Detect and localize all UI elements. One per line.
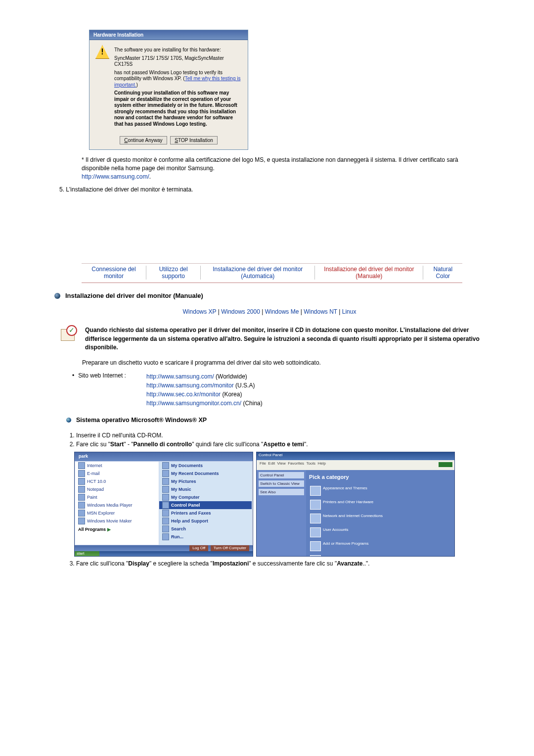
movie-icon: [78, 518, 85, 524]
ie-icon: [78, 462, 85, 469]
link-windows-xp[interactable]: Windows XP: [183, 308, 217, 315]
info-text: Quando richiesto dal sistema operativo p…: [85, 326, 485, 352]
go-button[interactable]: [439, 462, 452, 467]
samsung-link[interactable]: http://www.samsung.com/: [82, 173, 149, 180]
dl-usa[interactable]: http://www.samsung.com/monitor: [146, 382, 234, 389]
start-pics[interactable]: My Pictures: [159, 477, 252, 485]
start-right-panel: My Documents My Recent Documents My Pict…: [159, 461, 252, 545]
start-computer[interactable]: My Computer: [159, 493, 252, 501]
dl-china[interactable]: http://www.samsungmonitor.com.cn/: [146, 400, 241, 407]
add-remove-icon: [310, 541, 321, 551]
start-user: park: [75, 452, 253, 460]
info-icon: ✓: [59, 326, 77, 344]
start-item-hct[interactable]: HCT 10.0: [75, 477, 159, 485]
dialog-line: The software you are installing for this…: [114, 47, 242, 53]
start-run[interactable]: Run...: [159, 533, 252, 541]
steps-list-2: Fare clic sull'icona "Display" e sceglie…: [67, 560, 485, 568]
screenshot-control-panel: Control Panel File Edit View Favorites T…: [256, 452, 455, 557]
cpl-pick-category: Pick a category: [309, 474, 451, 480]
regional-icon: [310, 555, 321, 557]
link-windows-nt[interactable]: Windows NT: [304, 308, 337, 315]
sub-bullet-icon: [66, 418, 71, 423]
users-icon: [310, 527, 321, 537]
cat-appearance[interactable]: Appearance and Themes: [310, 486, 399, 496]
logoff-button[interactable]: Log Off: [189, 545, 208, 551]
steps-list: Inserire il CD nell'unità CD-ROM. Fare c…: [67, 431, 485, 449]
dl-korea[interactable]: http://www.sec.co.kr/monitor: [146, 391, 221, 398]
cpl-sidebar: Control Panel Switch to Classic View See…: [257, 470, 306, 556]
folder-icon: [162, 470, 169, 477]
os-links: Windows XP | Windows 2000 | Windows Me |…: [54, 308, 485, 315]
cat-printers[interactable]: Printers and Other Hardware: [310, 500, 399, 510]
start-music[interactable]: My Music: [159, 485, 252, 493]
cat-regional[interactable]: Date, Time, Language, and Regional Optio…: [310, 555, 399, 557]
start-item-internet[interactable]: Internet: [75, 462, 159, 470]
turnoff-button[interactable]: Turn Off Computer: [211, 545, 249, 551]
bullet-icon: [54, 293, 60, 299]
start-printers[interactable]: Printers and Faxes: [159, 509, 252, 517]
start-recent[interactable]: My Recent Documents: [159, 470, 252, 477]
mail-icon: [78, 470, 85, 477]
taskbar: start: [75, 551, 253, 556]
cpl-side-header: Control Panel: [259, 472, 304, 478]
all-programs[interactable]: All Programs: [78, 527, 111, 532]
control-panel-icon: [162, 502, 169, 509]
start-help[interactable]: Help and Support: [159, 517, 252, 525]
cpl-see-also: See Also: [259, 489, 304, 495]
start-item-wmp[interactable]: Windows Media Player: [75, 501, 159, 509]
dialog-title: Hardware Installation: [89, 30, 248, 40]
wmp-icon: [78, 502, 85, 509]
stop-installation-button[interactable]: STOP InstallationSTOP Installation: [170, 136, 217, 144]
start-item-notepad[interactable]: Notepad: [75, 485, 159, 493]
note-text: * Il driver di questo monitor è conforme…: [82, 156, 485, 181]
dialog-device: SyncMaster 171S/ 175S/ 170S, MagicSyncMa…: [114, 55, 242, 68]
help-icon: [162, 518, 169, 524]
dialog-warning-text: Continuing your installation of this sof…: [114, 90, 242, 127]
tab-install-auto[interactable]: Installazione del driver del monitor (Au…: [201, 266, 315, 280]
computer-icon: [162, 494, 169, 501]
start-left-panel: Internet E-mail HCT 10.0 Notepad Paint W…: [75, 461, 160, 545]
prepare-text: Preparare un dischetto vuoto e scaricare…: [82, 359, 485, 367]
search-icon: [162, 525, 169, 532]
folder-icon: [162, 478, 169, 485]
cat-add-remove[interactable]: Add or Remove Programs: [310, 541, 399, 551]
download-links: http://www.samsung.com/ (Worldwide) http…: [146, 372, 263, 408]
subhead-xp: Sistema operativo Microsoft® Windows® XP: [76, 417, 207, 424]
printers-icon: [310, 500, 321, 510]
start-control-panel[interactable]: Control Panel: [159, 501, 252, 509]
nav-tabs: Connessione del monitor Utilizzo del sup…: [82, 263, 462, 283]
tab-connessione[interactable]: Connessione del monitor: [82, 266, 146, 280]
cpl-switch-view[interactable]: Switch to Classic View: [259, 480, 304, 487]
start-button[interactable]: start: [75, 551, 99, 556]
link-linux[interactable]: Linux: [342, 308, 356, 315]
dl-worldwide[interactable]: http://www.samsung.com/: [146, 373, 214, 380]
cpl-main: Pick a category Appearance and Themes Pr…: [306, 470, 454, 556]
tab-utilizzo[interactable]: Utilizzo del supporto: [146, 266, 201, 280]
notepad-icon: [78, 486, 85, 493]
hardware-install-dialog: Hardware Installation The software you a…: [89, 30, 248, 150]
dialog-compat: has not passed Windows Logo testing to v…: [114, 70, 242, 89]
link-windows-2000[interactable]: Windows 2000: [221, 308, 260, 315]
link-windows-me[interactable]: Windows Me: [265, 308, 299, 315]
start-docs[interactable]: My Documents: [159, 462, 252, 470]
section-title: Installazione del driver del monitor (Ma…: [65, 292, 203, 299]
cat-network[interactable]: Network and Internet Connections: [310, 514, 399, 523]
start-item-email[interactable]: E-mail: [75, 470, 159, 477]
paint-icon: [78, 494, 85, 501]
dialog-text: The software you are installing for this…: [114, 45, 242, 129]
start-item-msn[interactable]: MSN Explorer: [75, 509, 159, 517]
tab-install-manual[interactable]: Installazione del driver del monitor (Ma…: [315, 266, 423, 280]
step-5: 5. L'installazione del driver del monito…: [59, 186, 485, 194]
step-3: Fare clic sull'icona "Display" e sceglie…: [76, 560, 485, 568]
step-1: Inserire il CD nell'unità CD-ROM.: [76, 431, 485, 440]
tab-natural-color[interactable]: Natural Color: [423, 266, 462, 280]
cpl-titlebar: Control Panel: [257, 452, 454, 460]
start-item-paint[interactable]: Paint: [75, 493, 159, 501]
cat-users[interactable]: User Accounts: [310, 527, 399, 537]
network-icon: [310, 514, 321, 523]
folder-icon: [162, 462, 169, 469]
start-item-movie[interactable]: Windows Movie Maker: [75, 517, 159, 525]
start-search[interactable]: Search: [159, 525, 252, 533]
step-2: Fare clic su "Start" - "Pannello di cont…: [76, 440, 485, 449]
continue-anyway-button[interactable]: CContinue Anywayontinue Anyway: [120, 136, 167, 144]
